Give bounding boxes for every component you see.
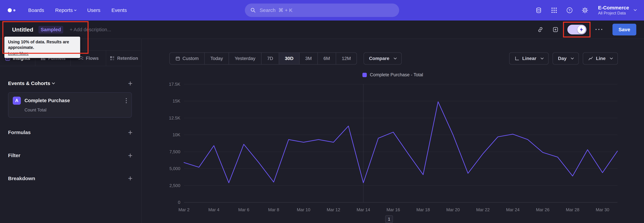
range-custom[interactable]: Custom xyxy=(170,53,204,64)
search-icon xyxy=(250,8,256,13)
query-sidebar: InsightsFunnelsFlowsRetention Events & C… xyxy=(0,39,142,223)
linear-axis-icon xyxy=(514,56,520,61)
sidebar-sections: Formulas+Filter+Breakdown+ xyxy=(0,118,141,181)
report-title[interactable]: Untitled xyxy=(12,26,33,33)
event-metric[interactable]: Count Total xyxy=(24,107,127,113)
add-description-field[interactable]: + Add description... xyxy=(70,27,111,32)
line-chart-icon xyxy=(588,56,593,61)
tooltip-learn-more-link[interactable]: Learn More xyxy=(8,51,29,56)
add-event-button[interactable]: + xyxy=(128,80,132,86)
scale-label: Linear xyxy=(522,56,536,61)
topnav-right: ? E-Commerce All Project Data xyxy=(535,5,636,16)
chart-type-button[interactable]: Line xyxy=(583,52,618,65)
mixpanel-logo[interactable] xyxy=(8,8,16,12)
add-formulas-button[interactable]: + xyxy=(128,129,132,136)
tab-label-flows: Flows xyxy=(86,56,99,61)
events-cohorts-title[interactable]: Events & Cohorts xyxy=(8,80,54,86)
x-axis-label: Mar 18 xyxy=(416,207,430,212)
toggle-knob xyxy=(578,26,586,34)
range-label-6m: 6M xyxy=(324,56,330,61)
nav-item-reports[interactable]: Reports xyxy=(55,8,76,13)
section-breakdown: Breakdown+ xyxy=(8,175,132,181)
x-axis-label: Mar 30 xyxy=(596,207,609,212)
y-axis-label: 5,000 xyxy=(170,166,180,171)
y-axis-label: 17.5K xyxy=(169,82,180,86)
x-axis-label: Mar 2 xyxy=(178,207,190,212)
chevron-down-icon xyxy=(540,56,544,59)
range-yesterday[interactable]: Yesterday xyxy=(229,53,262,64)
range-12m[interactable]: 12M xyxy=(336,53,356,64)
logo-dot-small xyxy=(13,9,16,12)
range-7d[interactable]: 7D xyxy=(262,53,279,64)
y-axis-label: 0 xyxy=(178,200,180,205)
line-chart[interactable]: 02,5005,0007,50010K12.5K15K17.5KMar 2Mar… xyxy=(146,79,632,215)
project-selector[interactable]: E-Commerce All Project Data xyxy=(598,5,636,16)
x-axis-label: Mar 14 xyxy=(356,207,370,212)
chevron-down-icon xyxy=(52,81,55,84)
add-breakdown-button[interactable]: + xyxy=(128,175,132,181)
search-input[interactable] xyxy=(260,8,394,13)
event-options-icon[interactable] xyxy=(126,97,127,104)
apps-grid-icon[interactable] xyxy=(551,7,558,14)
sampling-toggle-wrap xyxy=(567,25,586,34)
range-3m[interactable]: 3M xyxy=(300,53,318,64)
chart-type-label: Line xyxy=(596,56,606,61)
x-axis-label: Mar 20 xyxy=(446,207,460,212)
copy-link-icon[interactable] xyxy=(537,26,544,33)
sampling-toggle[interactable] xyxy=(567,25,586,34)
controls-left: CustomTodayYesterday7D30D3M6M12M Compare xyxy=(170,52,402,65)
section-filter: Filter+ xyxy=(8,152,132,159)
range-6m[interactable]: 6M xyxy=(318,53,336,64)
range-label-yesterday: Yesterday xyxy=(234,56,256,61)
x-axis-label: Mar 16 xyxy=(386,207,400,212)
top-navbar: BoardsReportsUsersEvents ? E-Commerc xyxy=(0,0,644,21)
retention-icon xyxy=(109,55,115,61)
scale-button[interactable]: Linear xyxy=(509,52,548,65)
granularity-label: Day xyxy=(558,56,566,61)
help-icon[interactable]: ? xyxy=(566,7,573,14)
granularity-button[interactable]: Day xyxy=(552,52,579,65)
more-menu-button[interactable]: ··· xyxy=(595,28,604,31)
nav-item-users[interactable]: Users xyxy=(87,8,100,13)
data-sources-icon[interactable] xyxy=(535,7,542,14)
chart-controls: CustomTodayYesterday7D30D3M6M12M Compare… xyxy=(170,52,618,65)
chevron-down-icon xyxy=(610,56,613,59)
x-axis-label: Mar 24 xyxy=(506,207,520,212)
chart-pagination: 1 xyxy=(146,215,632,223)
x-axis-label: Mar 26 xyxy=(536,207,550,212)
chevron-down-icon xyxy=(394,56,397,59)
series-line-complete-purchase[interactable] xyxy=(184,102,618,183)
range-label-today: Today xyxy=(210,56,223,61)
project-subtitle: All Project Data xyxy=(598,11,629,16)
sampled-badge[interactable]: Sampled xyxy=(38,26,64,33)
nav-item-boards[interactable]: Boards xyxy=(28,8,44,13)
date-range-control: CustomTodayYesterday7D30D3M6M12M xyxy=(170,52,357,65)
add-to-board-icon[interactable] xyxy=(552,26,559,33)
compare-label: Compare xyxy=(369,56,389,61)
tab-retention[interactable]: Retention xyxy=(106,51,141,66)
y-axis-label: 12.5K xyxy=(169,116,180,120)
titlebar-actions: ··· Save xyxy=(537,24,636,36)
controls-right: Linear Day Line xyxy=(509,52,618,65)
tooltip-text: Using 10% of data. Results are approxima… xyxy=(8,39,76,50)
range-today[interactable]: Today xyxy=(204,53,229,64)
chevron-down-icon xyxy=(634,8,636,11)
nav-item-events[interactable]: Events xyxy=(111,8,127,13)
event-name[interactable]: Complete Purchase xyxy=(24,98,70,103)
range-label-30d: 30D xyxy=(285,56,293,61)
y-axis-label: 7,500 xyxy=(170,149,180,154)
search-bar[interactable] xyxy=(245,4,399,17)
range-label-custom: Custom xyxy=(182,56,198,61)
range-30d[interactable]: 30D xyxy=(279,53,299,64)
events-cohorts-label: Events & Cohorts xyxy=(8,80,50,86)
settings-gear-icon[interactable] xyxy=(582,7,588,14)
compare-button[interactable]: Compare xyxy=(364,52,402,65)
add-filter-button[interactable]: + xyxy=(128,152,132,159)
save-button[interactable]: Save xyxy=(612,24,636,36)
page-number[interactable]: 1 xyxy=(385,215,393,223)
body-row: InsightsFunnelsFlowsRetention Events & C… xyxy=(0,39,644,223)
event-card[interactable]: A Complete Purchase Count Total xyxy=(8,92,132,118)
range-label-12m: 12M xyxy=(342,56,351,61)
tab-label-retention: Retention xyxy=(117,56,138,61)
main-content: CustomTodayYesterday7D30D3M6M12M Compare… xyxy=(142,39,644,223)
